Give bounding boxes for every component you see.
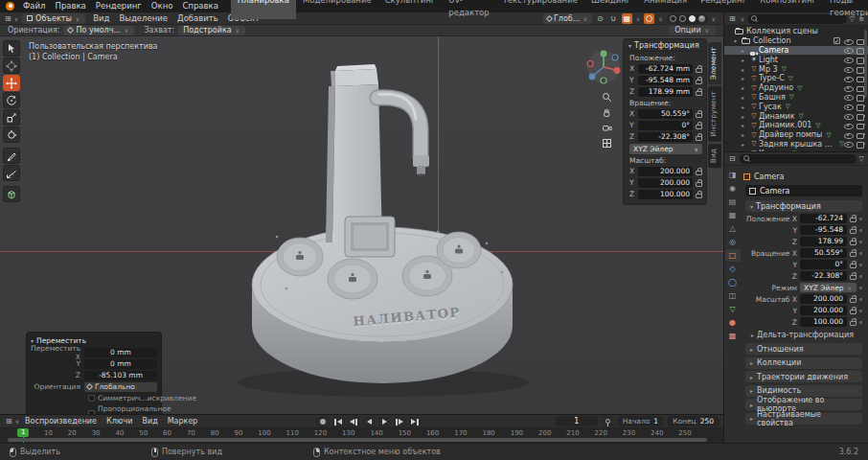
- outliner-item[interactable]: ▸ Гусак ▽: [724, 102, 868, 111]
- outliner-item[interactable]: ▸ Camera ▽: [724, 46, 868, 56]
- rotate-tool[interactable]: [3, 92, 20, 108]
- timeline-editor-icon[interactable]: ⊞: [4, 417, 14, 426]
- lock-icon[interactable]: [696, 136, 702, 141]
- value-field[interactable]: 200.000: [638, 167, 693, 176]
- disable-render-icon[interactable]: [857, 103, 865, 110]
- 3d-viewport[interactable]: НАЛИВАТОР НАЛИВАТОР Пользовательская пер…: [0, 36, 723, 414]
- lock-icon[interactable]: [850, 218, 857, 222]
- workspace-tab[interactable]: Композитинг: [753, 0, 823, 19]
- keying-set-button[interactable]: [602, 416, 614, 426]
- lock-icon[interactable]: [850, 275, 857, 280]
- workspace-tab[interactable]: Ноды геометрии: [823, 0, 868, 19]
- rotation-mode-dropdown[interactable]: XYZ Эйлер∨: [629, 144, 702, 154]
- hide-eye-icon[interactable]: [844, 112, 853, 120]
- outliner-item[interactable]: ▸ Динамик ▽: [724, 111, 868, 121]
- properties-tab-icon[interactable]: ◯: [725, 276, 741, 288]
- property-value-field[interactable]: 50.559°: [800, 248, 847, 258]
- rotation-mode-dropdown[interactable]: XYZ Эйлер∨: [800, 283, 857, 292]
- animate-dot-icon[interactable]: [859, 287, 862, 289]
- current-frame-marker[interactable]: 1: [17, 428, 29, 437]
- expand-arrow[interactable]: ▸: [742, 104, 749, 110]
- property-value-field[interactable]: 200.000: [800, 294, 847, 304]
- workspace-tab[interactable]: Текстурирование: [496, 0, 584, 19]
- lock-icon[interactable]: [696, 171, 702, 175]
- expand-arrow[interactable]: ▸: [742, 84, 749, 91]
- outliner-scrollbar[interactable]: [864, 30, 867, 97]
- properties-section-header[interactable]: ▸Отношения: [745, 343, 862, 355]
- expand-arrow[interactable]: ▸: [742, 75, 749, 81]
- properties-editor-icon[interactable]: ⊟: [727, 154, 738, 163]
- measure-tool[interactable]: [3, 165, 20, 181]
- gizmo-z-axis[interactable]: [589, 74, 596, 80]
- object-name-field[interactable]: Camera: [745, 185, 862, 196]
- lock-icon[interactable]: [696, 80, 702, 84]
- animate-dot-icon[interactable]: [859, 218, 862, 220]
- properties-tab-icon[interactable]: ▽: [725, 303, 741, 315]
- hide-eye-icon[interactable]: [844, 122, 853, 129]
- operator-checkbox[interactable]: Пропорциональное ре...: [88, 404, 157, 414]
- mode-dropdown[interactable]: Объекты ∨: [22, 13, 85, 24]
- lock-icon[interactable]: [696, 91, 702, 96]
- workspace-tab[interactable]: UV-редактор: [442, 0, 495, 19]
- transform-panel-header[interactable]: ▾Трансформация: [624, 39, 706, 52]
- jump-to-end-button[interactable]: [408, 417, 422, 427]
- value-field[interactable]: -95.548 mm: [638, 76, 693, 85]
- workspace-tab[interactable]: Шейдинг: [584, 0, 637, 19]
- lock-icon[interactable]: [696, 113, 702, 118]
- filter-icon[interactable]: ▽: [858, 155, 865, 163]
- value-field[interactable]: -22.308°: [638, 132, 693, 142]
- navigation-gizmo[interactable]: [584, 48, 623, 86]
- workspace-tab[interactable]: Рендеринг: [694, 0, 753, 19]
- n-panel-tab[interactable]: Инструмент: [708, 86, 721, 142]
- n-panel-tab[interactable]: Вид: [708, 144, 721, 168]
- operator-value-field[interactable]: 0 mm: [84, 348, 157, 357]
- timeline-menu-item[interactable]: Ключи: [102, 417, 137, 426]
- operator-value-field[interactable]: 0 mm: [84, 359, 157, 369]
- expand-arrow[interactable]: ▸: [742, 113, 749, 120]
- scene-collection-row[interactable]: Коллекция сцены: [724, 27, 868, 36]
- property-value-field[interactable]: -22.308°: [800, 271, 847, 281]
- animate-dot-icon[interactable]: [859, 298, 862, 301]
- hide-eye-icon[interactable]: [844, 103, 853, 110]
- lock-icon[interactable]: [696, 182, 702, 187]
- property-value-field[interactable]: 0°: [800, 260, 847, 269]
- lock-icon[interactable]: [850, 252, 857, 257]
- properties-search-input[interactable]: [754, 154, 853, 163]
- properties-section-header[interactable]: ▸Отображение во вьюпорте: [745, 399, 862, 410]
- animate-dot-icon[interactable]: [859, 310, 862, 312]
- options-button[interactable]: Опции ∨: [669, 26, 716, 35]
- properties-tab-icon[interactable]: ▩: [725, 330, 741, 342]
- outliner-item[interactable]: ▸ Мр 3 ▽: [724, 64, 868, 74]
- property-value-field[interactable]: 100.000: [800, 317, 847, 327]
- disable-render-icon[interactable]: [857, 131, 865, 139]
- frame-end-field[interactable]: Конец250: [667, 416, 720, 426]
- properties-search[interactable]: [740, 154, 857, 164]
- editor-type-icon[interactable]: ⊞: [3, 14, 13, 23]
- zoom-view-button[interactable]: [600, 90, 614, 104]
- delta-transform-section[interactable]: ▸Дельта-трансформация: [751, 330, 862, 341]
- lock-icon[interactable]: [696, 125, 702, 129]
- animate-dot-icon[interactable]: [859, 252, 862, 255]
- camera-view-button[interactable]: [600, 121, 614, 134]
- lock-icon[interactable]: [850, 229, 857, 234]
- collection-row[interactable]: ▾ Collection ✓: [724, 36, 868, 46]
- collection-checkbox-icon[interactable]: ✓: [834, 37, 840, 44]
- expand-arrow[interactable]: ▸: [742, 131, 749, 138]
- orientation-dropdown[interactable]: Глобально: [84, 382, 157, 392]
- timeline-ruler[interactable]: 1020304050607080901001101201301401501601…: [0, 428, 723, 443]
- properties-section-header[interactable]: ▸Видимость: [745, 385, 862, 397]
- lock-icon[interactable]: [850, 298, 857, 303]
- outliner-item[interactable]: ▸ Задняя крышка экрана ▽: [724, 140, 868, 150]
- 3d-model-dispenser[interactable]: НАЛИВАТОР НАЛИВАТОР: [225, 56, 541, 412]
- lock-icon[interactable]: [850, 264, 857, 268]
- properties-tab-icon[interactable]: △: [725, 222, 741, 235]
- pan-view-button[interactable]: [600, 105, 614, 119]
- value-field[interactable]: 100.000: [638, 190, 693, 199]
- lock-icon[interactable]: [850, 241, 857, 245]
- property-value-field[interactable]: -62.724 mm: [800, 214, 847, 223]
- lock-icon[interactable]: [696, 68, 702, 73]
- properties-tab-icon[interactable]: ▤: [725, 196, 741, 208]
- lock-icon[interactable]: [850, 310, 857, 314]
- animate-dot-icon[interactable]: [859, 241, 862, 243]
- outliner-item[interactable]: ▸ Драйвер помпы ▽: [724, 130, 868, 140]
